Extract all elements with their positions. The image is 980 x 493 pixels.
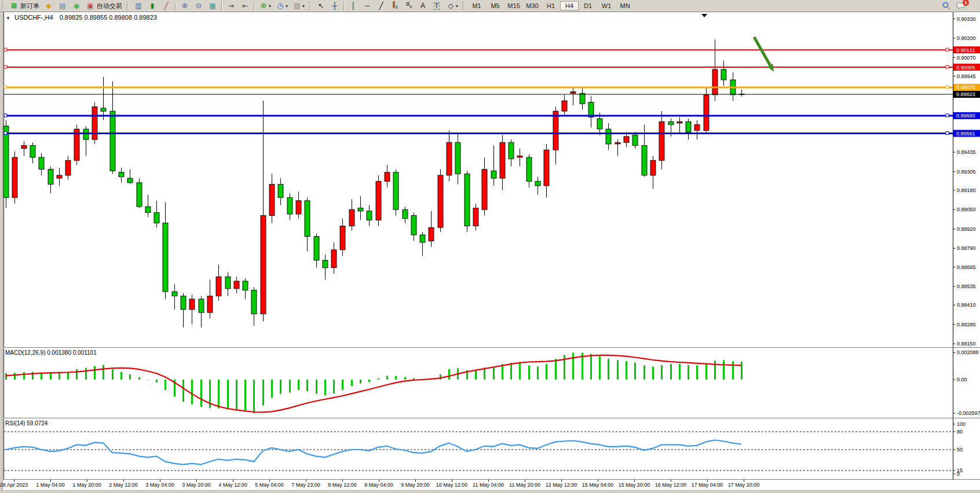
svg-text:0.88280: 0.88280 [957,322,976,328]
svg-text:8 May 12:00: 8 May 12:00 [328,482,357,488]
svg-text:0.88665: 0.88665 [957,264,976,270]
svg-text:0.89180: 0.89180 [957,187,976,193]
svg-text:15 May 04:00: 15 May 04:00 [582,482,614,488]
svg-text:17 May 20:00: 17 May 20:00 [728,482,760,488]
svg-text:0.90330: 0.90330 [957,16,976,22]
svg-text:-0.002597: -0.002597 [957,410,980,416]
svg-text:7 May 23:00: 7 May 23:00 [291,482,320,488]
svg-text:2 May 12:00: 2 May 12:00 [109,482,138,488]
svg-text:11 May 04:00: 11 May 04:00 [473,482,504,488]
svg-text:0: 0 [957,471,960,477]
svg-text:0.89823: 0.89823 [956,91,975,97]
svg-text:3 May 20:00: 3 May 20:00 [182,482,211,488]
svg-text:0.89305: 0.89305 [957,169,976,175]
symbol-dropdown-icon[interactable]: ▼ [6,16,10,21]
svg-text:5 May 04:00: 5 May 04:00 [255,482,284,488]
svg-text:0.89870: 0.89870 [956,84,975,90]
svg-text:16 May 12:00: 16 May 12:00 [655,482,687,488]
svg-text:0.89945: 0.89945 [957,73,976,79]
price-badge-0.90121: 0.90121 [953,46,980,53]
svg-text:10 May 12:00: 10 May 12:00 [436,482,468,488]
svg-text:50: 50 [957,447,963,452]
rsi-indicator-label: RSI(14) 59.0724 [5,420,47,426]
svg-text:0.89561: 0.89561 [956,131,975,137]
svg-text:100: 100 [957,421,966,427]
svg-text:0.88150: 0.88150 [957,341,976,347]
svg-text:0.89680: 0.89680 [956,113,975,119]
chart-ohlc: 0.89825 0.89855 0.89808 0.89823 [60,14,157,21]
svg-text:28 Apr 2023: 28 Apr 2023 [0,482,28,488]
svg-text:0.88790: 0.88790 [957,245,976,251]
chart-symbol: USDCHF-,H4 [14,14,53,21]
svg-text:1 May 04:00: 1 May 04:00 [36,482,65,488]
svg-text:0.90121: 0.90121 [956,47,975,53]
price-badge-0.89680: 0.89680 [953,112,980,119]
svg-text:15 May 20:00: 15 May 20:00 [619,482,650,488]
svg-text:0.88920: 0.88920 [957,226,976,232]
svg-text:0.89435: 0.89435 [957,149,976,155]
svg-text:0.90070: 0.90070 [957,55,976,61]
svg-text:0.90005: 0.90005 [956,65,975,71]
macd-indicator-label: MACD(12,26,9) 0.001380 0.001101 [5,349,97,356]
svg-text:9 May 04:00: 9 May 04:00 [364,482,393,488]
svg-text:0.88410: 0.88410 [957,302,976,308]
svg-text:80: 80 [957,429,963,435]
svg-text:0.00: 0.00 [957,377,967,382]
chart-area[interactable]: 0.903300.902000.900700.899450.898150.896… [0,0,980,493]
svg-text:12 May 12:00: 12 May 12:00 [546,482,577,488]
svg-text:0.89050: 0.89050 [957,207,976,212]
price-badge-0.90005: 0.90005 [953,64,980,71]
svg-text:9 May 20:00: 9 May 20:00 [401,482,430,488]
svg-text:0.88535: 0.88535 [957,284,976,289]
svg-text:17 May 04:00: 17 May 04:00 [692,482,723,488]
mt4-window: 新订单 自动交易 ▾ ▾ ▾ ▾ [0,0,980,493]
svg-text:11 May 20:00: 11 May 20:00 [509,482,540,488]
svg-text:0.90200: 0.90200 [957,35,976,41]
svg-text:1 May 20:00: 1 May 20:00 [72,482,101,488]
svg-text:4 May 12:00: 4 May 12:00 [218,482,247,488]
chart-title: ▼ USDCHF-,H4 0.89825 0.89855 0.89808 0.8… [6,14,157,21]
svg-text:0.002088: 0.002088 [957,349,979,355]
price-badge-0.89823: 0.89823 [953,91,980,98]
price-badge-0.89561: 0.89561 [953,130,980,137]
price-badge-0.89870: 0.89870 [953,84,980,91]
svg-text:3 May 04:00: 3 May 04:00 [145,482,174,488]
